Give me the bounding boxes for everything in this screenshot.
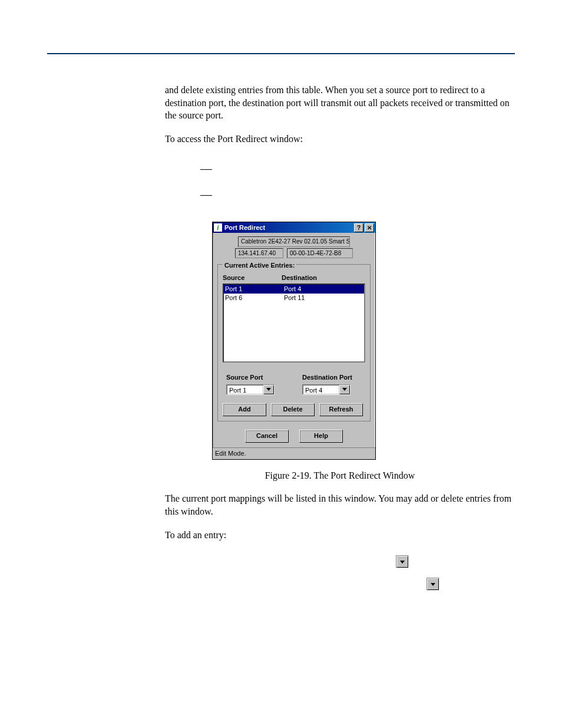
source-port-dropdown-icon[interactable] [396,555,409,568]
chevron-down-icon [431,583,435,586]
destination-port-dropdown-icon[interactable] [427,578,439,591]
mac-address-box: 00-00-1D-4E-72-B8 [287,248,353,259]
help-titlebar-button[interactable]: ? [354,223,363,232]
col-header-source: Source [223,274,282,282]
active-entries-group: Current Active Entries: Source Destinati… [217,264,371,421]
col-header-destination: Destination [282,274,317,282]
chevron-down-icon[interactable] [339,385,350,394]
chevron-down-icon [400,561,405,564]
status-bar: Edit Mode. [213,447,375,459]
chevron-down-icon[interactable] [263,385,274,394]
table-row[interactable]: Port 6 Port 11 [224,294,364,302]
figure-caption: Figure 2-19. The Port Redirect Window [165,469,515,482]
list-dash-1: — [200,156,515,182]
app-icon: i [214,223,222,232]
source-port-label: Source Port [226,373,286,382]
cell-destination: Port 4 [284,285,301,294]
cell-source: Port 6 [225,294,284,302]
delete-button[interactable]: Delete [271,403,315,416]
table-row[interactable]: Port 1 Port 4 [224,285,364,294]
add-button[interactable]: Add [223,403,266,416]
header-rule [47,53,515,54]
cell-destination: Port 11 [284,294,305,302]
source-port-value: Port 1 [227,385,263,394]
device-info-box: Cabletron 2E42-27 Rev 02.01.05 Smart Sw [238,236,350,247]
destination-port-label: Destination Port [302,373,362,382]
list-dash-2: — [200,182,515,207]
cell-source: Port 1 [225,285,284,294]
close-titlebar-button[interactable]: ✕ [365,223,374,232]
source-port-select[interactable]: Port 1 [226,384,275,395]
destination-port-select[interactable]: Port 4 [302,384,351,395]
entries-listbox[interactable]: Port 1 Port 4 Port 6 Port 11 [223,284,365,363]
refresh-button[interactable]: Refresh [319,403,363,416]
paragraph-4: To add an entry: [165,529,515,542]
paragraph-3: The current port mappings will be listed… [165,492,515,518]
cancel-button[interactable]: Cancel [245,430,289,443]
destination-port-value: Port 4 [303,385,339,394]
group-legend: Current Active Entries: [223,261,296,270]
port-redirect-dialog: i Port Redirect ? ✕ Cabletron 2E42-27 Re… [212,222,376,459]
ip-address-box: 134.141.67.40 [235,248,283,259]
paragraph-2: To access the Port Redirect window: [165,133,515,146]
help-button[interactable]: Help [299,430,343,443]
paragraph-1: and delete existing entries from this ta… [165,84,515,122]
titlebar[interactable]: i Port Redirect ? ✕ [213,222,375,233]
window-title: Port Redirect [224,223,265,232]
